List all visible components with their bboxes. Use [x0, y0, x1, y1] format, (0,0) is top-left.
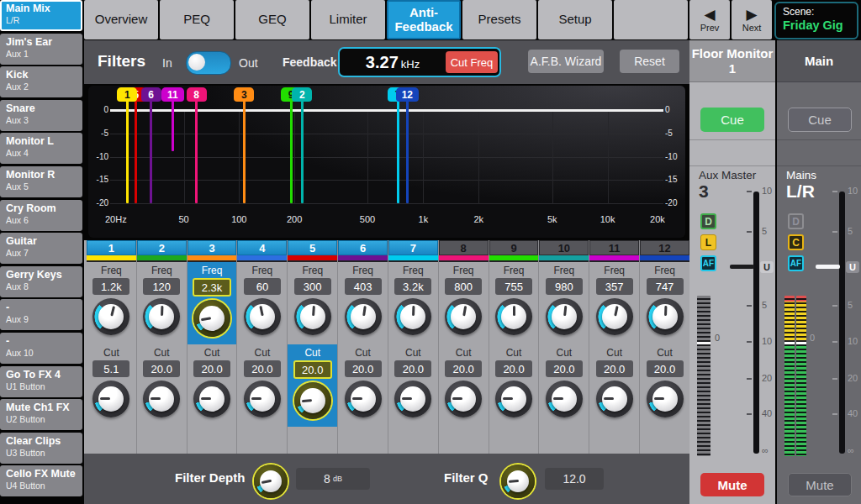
filter-tab-1[interactable]: 1 — [87, 240, 136, 255]
filters-in-out-toggle[interactable] — [186, 51, 231, 75]
aux-cue-button[interactable]: Cue — [700, 108, 764, 132]
feedback-marker-tag-2[interactable]: 2 — [292, 87, 312, 102]
sidebar-item-kick[interactable]: KickAux 2 — [0, 66, 82, 97]
main-fader-track[interactable] — [839, 192, 845, 454]
cut-knob-5[interactable] — [294, 382, 331, 419]
sidebar-item-main-mix[interactable]: Main MixL/R — [0, 0, 82, 31]
feedback-marker-tag-11[interactable]: 11 — [161, 87, 184, 102]
cut-value-9[interactable]: 20.0 — [495, 360, 532, 377]
aux-mute-button[interactable]: Mute — [700, 473, 764, 496]
feedback-marker-tag-8[interactable]: 8 — [187, 87, 207, 102]
freq-value-10[interactable]: 980 — [546, 278, 583, 295]
filter-tab-11[interactable]: 11 — [589, 240, 639, 255]
cut-knob-3[interactable] — [193, 381, 230, 417]
freq-value-1[interactable]: 1.2k — [92, 278, 129, 295]
freq-value-2[interactable]: 120 — [143, 278, 180, 295]
cut-knob-12[interactable] — [647, 381, 684, 417]
filter-depth-value[interactable]: 8dB — [296, 468, 370, 490]
freq-knob-1[interactable] — [92, 298, 129, 335]
freq-value-11[interactable]: 357 — [596, 278, 633, 295]
cut-value-2[interactable]: 20.0 — [143, 360, 180, 377]
sidebar-item-monitor-l[interactable]: Monitor LAux 4 — [0, 133, 82, 164]
freq-value-5[interactable]: 300 — [294, 278, 331, 295]
main-cue-button[interactable]: Cue — [788, 108, 852, 132]
tab-anti-feedback[interactable]: Anti-Feedback — [387, 0, 461, 39]
sidebar-item-snare[interactable]: SnareAux 3 — [0, 100, 82, 131]
sidebar-item-blank[interactable]: -Aux 9 — [0, 299, 82, 330]
cut-value-12[interactable]: 20.0 — [647, 360, 684, 377]
cut-value-8[interactable]: 20.0 — [445, 360, 482, 377]
freq-value-4[interactable]: 60 — [244, 278, 281, 295]
filter-tab-4[interactable]: 4 — [237, 240, 287, 255]
cut-value-6[interactable]: 20.0 — [345, 360, 382, 377]
freq-knob-7[interactable] — [394, 298, 431, 335]
cut-knob-8[interactable] — [445, 381, 482, 417]
cut-value-5[interactable]: 20.0 — [293, 360, 332, 379]
sidebar-item-go-to-fx-4[interactable]: Go To FX 4U1 Button — [0, 366, 82, 397]
sidebar-item-clear-clips[interactable]: Clear ClipsU3 Button — [0, 433, 82, 464]
freq-knob-4[interactable] — [244, 298, 281, 335]
cut-value-4[interactable]: 20.0 — [244, 360, 281, 377]
freq-knob-8[interactable] — [445, 298, 482, 335]
cut-value-1[interactable]: 5.1 — [92, 360, 129, 377]
tab-setup[interactable]: Setup — [538, 0, 612, 39]
filter-tab-8[interactable]: 8 — [439, 240, 489, 255]
feedback-marker-tag-12[interactable]: 12 — [396, 87, 419, 102]
cut-knob-4[interactable] — [244, 381, 281, 417]
feedback-marker-tag-6[interactable]: 6 — [141, 87, 161, 102]
freq-knob-6[interactable] — [345, 298, 382, 335]
reset-button[interactable]: Reset — [620, 50, 679, 73]
prev-button[interactable]: ◀Prev — [689, 0, 730, 39]
freq-knob-12[interactable] — [647, 298, 684, 335]
sidebar-item-mute-ch1-fx[interactable]: Mute Ch1 FXU2 Button — [0, 399, 82, 430]
filter-tab-6[interactable]: 6 — [338, 240, 388, 255]
cut-knob-10[interactable] — [546, 381, 583, 417]
filter-tab-7[interactable]: 7 — [388, 240, 438, 255]
cut-knob-11[interactable] — [596, 381, 633, 417]
tab-overview[interactable]: Overview — [84, 0, 158, 39]
cut-knob-2[interactable] — [143, 381, 180, 417]
sidebar-item-jim-s-ear[interactable]: Jim's EarAux 1 — [0, 34, 82, 65]
main-mute-button[interactable]: Mute — [788, 473, 852, 496]
scene-box[interactable]: Scene: Friday Gig — [774, 2, 858, 39]
filter-tab-3[interactable]: 3 — [188, 240, 237, 255]
freq-value-7[interactable]: 3.2k — [394, 278, 431, 295]
freq-knob-2[interactable] — [143, 298, 180, 335]
aux-fader-handle[interactable] — [730, 265, 754, 269]
cut-freq-button[interactable]: Cut Freq — [446, 51, 498, 73]
tab-geq[interactable]: GEQ — [235, 0, 309, 39]
filter-q-value[interactable]: 12.0 — [545, 468, 604, 490]
freq-knob-9[interactable] — [495, 298, 532, 335]
freq-value-12[interactable]: 747 — [647, 278, 684, 295]
freq-knob-3[interactable] — [193, 300, 230, 337]
cut-value-7[interactable]: 20.0 — [394, 360, 431, 377]
main-fader-handle[interactable] — [816, 265, 840, 269]
next-button[interactable]: ▶Next — [732, 0, 772, 39]
cut-knob-9[interactable] — [495, 381, 532, 417]
cut-value-11[interactable]: 20.0 — [596, 360, 633, 377]
feedback-marker-tag-1[interactable]: 1 — [117, 87, 137, 102]
cut-knob-6[interactable] — [345, 381, 382, 417]
sidebar-item-monitor-r[interactable]: Monitor RAux 5 — [0, 166, 82, 197]
filter-tab-12[interactable]: 12 — [640, 240, 689, 255]
freq-knob-11[interactable] — [596, 298, 633, 335]
sidebar-item-blank[interactable]: -Aux 10 — [0, 333, 82, 364]
filter-depth-knob[interactable] — [254, 465, 288, 498]
freq-knob-5[interactable] — [294, 298, 331, 335]
filter-tab-2[interactable]: 2 — [137, 240, 187, 255]
freq-value-8[interactable]: 800 — [445, 278, 482, 295]
tab-limiter[interactable]: Limiter — [311, 0, 385, 39]
cut-knob-1[interactable] — [92, 381, 129, 417]
aux-fader-track[interactable] — [753, 192, 759, 454]
freq-knob-10[interactable] — [546, 298, 583, 335]
tab-presets[interactable]: Presets — [462, 0, 536, 39]
sidebar-item-cry-room[interactable]: Cry RoomAux 6 — [0, 200, 82, 231]
feedback-marker-tag-3[interactable]: 3 — [234, 87, 254, 102]
afb-wizard-button[interactable]: A.F.B. Wizard — [528, 50, 604, 73]
cut-value-10[interactable]: 20.0 — [546, 360, 583, 377]
sidebar-item-guitar[interactable]: GuitarAux 7 — [0, 233, 82, 264]
filter-tab-9[interactable]: 9 — [489, 240, 539, 255]
sidebar-item-gerry-keys[interactable]: Gerry KeysAux 8 — [0, 266, 82, 297]
tab-peq[interactable]: PEQ — [160, 0, 234, 39]
filter-tab-10[interactable]: 10 — [539, 240, 589, 255]
